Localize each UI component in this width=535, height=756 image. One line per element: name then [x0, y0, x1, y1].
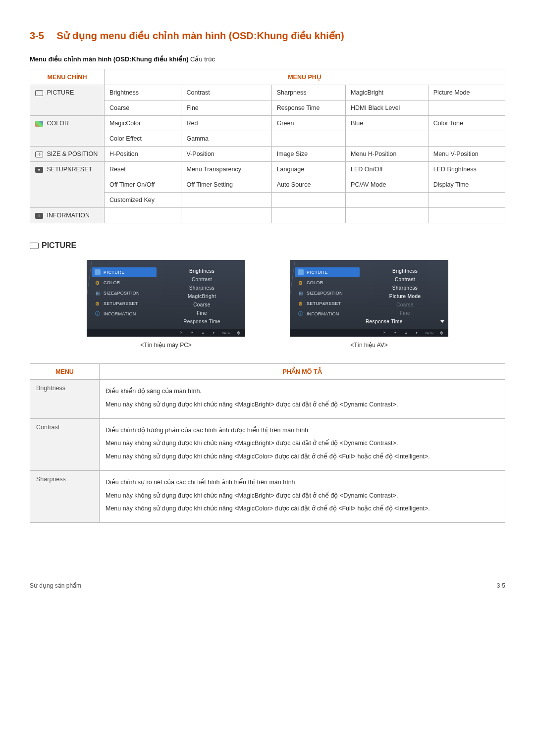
main-menu-setup: ● SETUP&RESET [30, 162, 105, 208]
desc-sharpness: Điều chỉnh sự rõ nét của các chi tiết hì… [100, 470, 505, 522]
color-icon [35, 121, 43, 127]
osd-pc-caption: <Tín hiệu máy PC> [87, 342, 245, 349]
osd-nav-color: COLOR [295, 278, 360, 288]
picture-heading-icon [30, 243, 39, 249]
osd-nav-info: INFORMATION [295, 309, 360, 319]
setup-icon: ● [35, 167, 43, 173]
close-icon: ✕ [381, 330, 387, 335]
desc-menu-contrast: Contrast [30, 418, 100, 470]
osd-nav-setup: SETUP&RESET [295, 299, 360, 308]
enter-icon: ▸ [414, 330, 420, 335]
main-menu-info: i INFORMATION [30, 208, 105, 223]
section-heading: 3-5 Sử dụng menu điều chỉnh màn hình (OS… [30, 30, 505, 42]
osd-footer: ✕ ▾ ▴ ▸ AUTO ⏻ [87, 329, 245, 337]
menu-structure-table: MENU CHÍNH MENU PHỤ PICTURE Brightness C… [30, 69, 505, 223]
section-number: 3-5 [30, 30, 44, 41]
info-nav-icon [298, 311, 304, 317]
color-nav-icon [95, 280, 101, 286]
osd-nav-picture: PICTURE [295, 267, 360, 277]
main-menu-picture: PICTURE [30, 85, 105, 116]
th-main-menu: MENU CHÍNH [30, 69, 105, 85]
main-menu-color: COLOR [30, 116, 105, 147]
power-icon: ⏻ [235, 330, 241, 335]
size-nav-icon [95, 290, 101, 296]
power-icon: ⏻ [438, 330, 444, 335]
setup-nav-icon [298, 301, 304, 306]
osd-nav-color: COLOR [92, 278, 157, 288]
size-nav-icon [298, 290, 304, 296]
down-icon: ▾ [189, 330, 195, 335]
osd-nav-size: SIZE&POSITION [92, 288, 157, 298]
picture-nav-icon [298, 269, 304, 275]
osd-screenshot-row: PICTURE COLOR SIZE&POSITION SETUP&RESET … [30, 260, 505, 349]
osd-nav-setup: SETUP&RESET [92, 299, 157, 308]
up-icon: ▴ [200, 330, 206, 335]
desc-menu-sharpness: Sharpness [30, 470, 100, 522]
th-menu: MENU [30, 364, 100, 380]
picture-heading: PICTURE [30, 241, 505, 250]
structure-subheading: Menu điều chỉnh màn hình (OSD:Khung điều… [30, 55, 505, 63]
down-icon: ▾ [392, 330, 398, 335]
desc-brightness: Điều khiển độ sáng của màn hình. Menu nà… [100, 380, 505, 419]
size-icon: ⊹ [35, 151, 43, 157]
auto-icon: AUTO [425, 330, 433, 335]
auto-icon: AUTO [222, 330, 230, 335]
desc-contrast: Điều chỉnh độ tương phản của các hình ản… [100, 418, 505, 470]
setup-nav-icon [95, 301, 101, 306]
description-table: MENU PHẦN MÔ TẢ Brightness Điều khiển độ… [30, 363, 505, 523]
picture-icon [35, 90, 43, 96]
osd-nav-picture: PICTURE [92, 267, 157, 277]
desc-menu-brightness: Brightness [30, 380, 100, 419]
osd-pc-panel: PICTURE COLOR SIZE&POSITION SETUP&RESET … [87, 260, 245, 349]
th-desc: PHẦN MÔ TẢ [100, 364, 505, 380]
osd-nav-info: INFORMATION [92, 309, 157, 319]
close-icon: ✕ [178, 330, 184, 335]
osd-footer: ✕ ▾ ▴ ▸ AUTO ⏻ [290, 329, 448, 337]
color-nav-icon [298, 280, 304, 286]
section-title: Sử dụng menu điều chỉnh màn hình (OSD:Kh… [56, 30, 344, 41]
osd-av-panel: PICTURE COLOR SIZE&POSITION SETUP&RESET … [290, 260, 448, 349]
chevron-down-icon [440, 320, 444, 323]
footer-left: Sử dụng sản phẩm [30, 582, 81, 589]
osd-av-caption: <Tín hiệu AV> [290, 342, 448, 349]
enter-icon: ▸ [211, 330, 217, 335]
picture-nav-icon [95, 269, 101, 275]
footer-right: 3-5 [497, 582, 505, 589]
page-footer: Sử dụng sản phẩm 3-5 [30, 582, 505, 589]
th-sub-menu: MENU PHỤ [105, 69, 505, 85]
info-nav-icon [95, 311, 101, 317]
main-menu-size: ⊹ SIZE & POSITION [30, 147, 105, 162]
up-icon: ▴ [403, 330, 409, 335]
osd-nav-size: SIZE&POSITION [295, 288, 360, 298]
info-icon: i [35, 213, 43, 219]
